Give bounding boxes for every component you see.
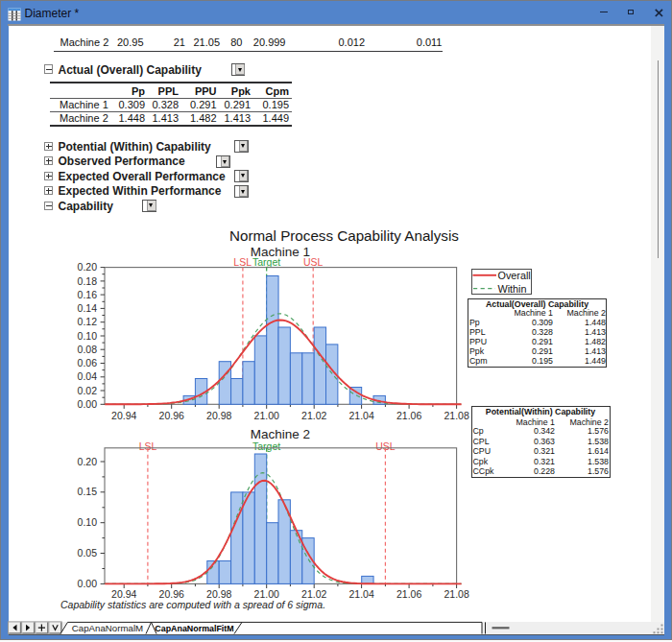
svg-text:CapAnaNormalM: CapAnaNormalM — [72, 623, 143, 633]
svg-text:CapAnaNormalFitM: CapAnaNormalFitM — [155, 624, 233, 633]
